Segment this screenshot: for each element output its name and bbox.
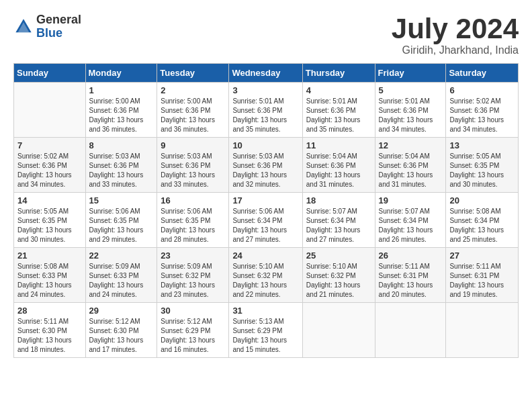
day-number: 5 <box>379 85 443 95</box>
day-info: Sunrise: 5:03 AMSunset: 6:36 PMDaylight:… <box>161 152 225 189</box>
week-row-2: 7Sunrise: 5:02 AMSunset: 6:36 PMDaylight… <box>14 138 519 193</box>
day-number: 29 <box>89 306 154 316</box>
day-info: Sunrise: 5:09 AMSunset: 6:32 PMDaylight:… <box>161 262 225 300</box>
calendar-cell: 28Sunrise: 5:11 AMSunset: 6:30 PMDayligh… <box>14 303 86 358</box>
header-monday: Monday <box>85 64 157 83</box>
page-header: General Blue July 2024 Giridih, Jharkhan… <box>13 13 519 56</box>
day-number: 10 <box>232 140 298 150</box>
calendar-cell: 12Sunrise: 5:04 AMSunset: 6:36 PMDayligh… <box>375 138 446 193</box>
day-number: 21 <box>17 250 82 261</box>
day-info: Sunrise: 5:06 AMSunset: 6:34 PMDaylight:… <box>232 207 298 244</box>
calendar-cell: 30Sunrise: 5:12 AMSunset: 6:29 PMDayligh… <box>157 303 229 358</box>
calendar-cell: 2Sunrise: 5:00 AMSunset: 6:36 PMDaylight… <box>157 83 229 138</box>
calendar-cell: 8Sunrise: 5:03 AMSunset: 6:36 PMDaylight… <box>85 138 157 193</box>
day-info: Sunrise: 5:05 AMSunset: 6:35 PMDaylight:… <box>449 152 515 189</box>
day-number: 9 <box>161 140 225 150</box>
calendar-cell: 10Sunrise: 5:03 AMSunset: 6:36 PMDayligh… <box>229 138 302 193</box>
week-row-1: 1Sunrise: 5:00 AMSunset: 6:36 PMDaylight… <box>14 83 519 138</box>
logo: General Blue <box>13 13 81 40</box>
day-info: Sunrise: 5:08 AMSunset: 6:34 PMDaylight:… <box>449 207 515 244</box>
calendar-table: SundayMondayTuesdayWednesdayThursdayFrid… <box>13 63 519 358</box>
calendar-cell: 9Sunrise: 5:03 AMSunset: 6:36 PMDaylight… <box>157 138 229 193</box>
day-info: Sunrise: 5:03 AMSunset: 6:36 PMDaylight:… <box>232 152 298 189</box>
logo-blue: Blue <box>36 27 81 40</box>
day-number: 11 <box>306 140 371 150</box>
header-row: SundayMondayTuesdayWednesdayThursdayFrid… <box>14 64 519 83</box>
day-number: 17 <box>232 195 298 205</box>
logo-general: General <box>36 13 81 27</box>
day-number: 16 <box>161 195 225 205</box>
calendar-cell: 27Sunrise: 5:11 AMSunset: 6:31 PMDayligh… <box>446 248 519 303</box>
day-info: Sunrise: 5:12 AMSunset: 6:30 PMDaylight:… <box>89 317 154 355</box>
day-number: 20 <box>449 195 515 205</box>
calendar-cell <box>375 303 446 358</box>
calendar-cell <box>14 83 86 138</box>
day-info: Sunrise: 5:11 AMSunset: 6:31 PMDaylight:… <box>379 262 443 300</box>
day-info: Sunrise: 5:07 AMSunset: 6:34 PMDaylight:… <box>379 207 443 244</box>
day-info: Sunrise: 5:05 AMSunset: 6:35 PMDaylight:… <box>17 207 82 244</box>
day-info: Sunrise: 5:09 AMSunset: 6:33 PMDaylight:… <box>89 262 154 300</box>
day-number: 1 <box>89 85 154 95</box>
day-info: Sunrise: 5:10 AMSunset: 6:32 PMDaylight:… <box>306 262 371 300</box>
calendar-body: 1Sunrise: 5:00 AMSunset: 6:36 PMDaylight… <box>14 83 519 358</box>
day-number: 23 <box>161 250 225 261</box>
day-info: Sunrise: 5:04 AMSunset: 6:36 PMDaylight:… <box>379 152 443 189</box>
day-number: 14 <box>17 195 82 205</box>
logo-icon <box>13 17 34 37</box>
calendar-cell: 31Sunrise: 5:13 AMSunset: 6:29 PMDayligh… <box>229 303 302 358</box>
day-number: 27 <box>449 250 515 261</box>
calendar-cell: 21Sunrise: 5:08 AMSunset: 6:33 PMDayligh… <box>14 248 86 303</box>
day-number: 12 <box>379 140 443 150</box>
day-info: Sunrise: 5:00 AMSunset: 6:36 PMDaylight:… <box>89 97 154 134</box>
title-block: July 2024 Giridih, Jharkhand, India <box>392 13 519 56</box>
day-info: Sunrise: 5:06 AMSunset: 6:35 PMDaylight:… <box>89 207 154 244</box>
calendar-cell: 7Sunrise: 5:02 AMSunset: 6:36 PMDaylight… <box>14 138 86 193</box>
day-info: Sunrise: 5:06 AMSunset: 6:35 PMDaylight:… <box>161 207 225 244</box>
day-info: Sunrise: 5:01 AMSunset: 6:36 PMDaylight:… <box>232 97 298 134</box>
day-number: 22 <box>89 250 154 261</box>
week-row-3: 14Sunrise: 5:05 AMSunset: 6:35 PMDayligh… <box>14 193 519 248</box>
week-row-5: 28Sunrise: 5:11 AMSunset: 6:30 PMDayligh… <box>14 303 519 358</box>
calendar-cell: 14Sunrise: 5:05 AMSunset: 6:35 PMDayligh… <box>14 193 86 248</box>
calendar-cell: 25Sunrise: 5:10 AMSunset: 6:32 PMDayligh… <box>302 248 375 303</box>
day-info: Sunrise: 5:07 AMSunset: 6:34 PMDaylight:… <box>306 207 371 244</box>
day-info: Sunrise: 5:02 AMSunset: 6:36 PMDaylight:… <box>17 152 82 189</box>
header-sunday: Sunday <box>14 64 86 83</box>
header-wednesday: Wednesday <box>229 64 302 83</box>
calendar-cell: 6Sunrise: 5:02 AMSunset: 6:36 PMDaylight… <box>446 83 519 138</box>
day-number: 15 <box>89 195 154 205</box>
day-number: 25 <box>306 250 371 261</box>
day-number: 3 <box>232 85 298 95</box>
day-number: 13 <box>449 140 515 150</box>
calendar-cell: 16Sunrise: 5:06 AMSunset: 6:35 PMDayligh… <box>157 193 229 248</box>
calendar-cell: 5Sunrise: 5:01 AMSunset: 6:36 PMDaylight… <box>375 83 446 138</box>
calendar-cell: 3Sunrise: 5:01 AMSunset: 6:36 PMDaylight… <box>229 83 302 138</box>
day-number: 31 <box>232 306 298 316</box>
day-number: 28 <box>17 306 82 316</box>
day-info: Sunrise: 5:10 AMSunset: 6:32 PMDaylight:… <box>232 262 298 300</box>
day-number: 30 <box>161 306 225 316</box>
day-number: 7 <box>17 140 82 150</box>
day-info: Sunrise: 5:00 AMSunset: 6:36 PMDaylight:… <box>161 97 225 134</box>
month-title: July 2024 <box>392 13 519 44</box>
calendar-cell: 26Sunrise: 5:11 AMSunset: 6:31 PMDayligh… <box>375 248 446 303</box>
logo-text: General Blue <box>36 13 81 40</box>
calendar-cell: 24Sunrise: 5:10 AMSunset: 6:32 PMDayligh… <box>229 248 302 303</box>
calendar-cell: 22Sunrise: 5:09 AMSunset: 6:33 PMDayligh… <box>85 248 157 303</box>
day-info: Sunrise: 5:13 AMSunset: 6:29 PMDaylight:… <box>232 317 298 355</box>
day-number: 6 <box>449 85 515 95</box>
header-thursday: Thursday <box>302 64 375 83</box>
day-number: 19 <box>379 195 443 205</box>
day-number: 2 <box>161 85 225 95</box>
day-info: Sunrise: 5:02 AMSunset: 6:36 PMDaylight:… <box>449 97 515 134</box>
day-number: 4 <box>306 85 371 95</box>
calendar-cell <box>446 303 519 358</box>
calendar-cell: 1Sunrise: 5:00 AMSunset: 6:36 PMDaylight… <box>85 83 157 138</box>
calendar-header: SundayMondayTuesdayWednesdayThursdayFrid… <box>14 64 519 83</box>
day-number: 26 <box>379 250 443 261</box>
calendar-cell: 23Sunrise: 5:09 AMSunset: 6:32 PMDayligh… <box>157 248 229 303</box>
calendar-cell: 4Sunrise: 5:01 AMSunset: 6:36 PMDaylight… <box>302 83 375 138</box>
day-info: Sunrise: 5:11 AMSunset: 6:31 PMDaylight:… <box>449 262 515 300</box>
day-number: 24 <box>232 250 298 261</box>
calendar-cell: 13Sunrise: 5:05 AMSunset: 6:35 PMDayligh… <box>446 138 519 193</box>
